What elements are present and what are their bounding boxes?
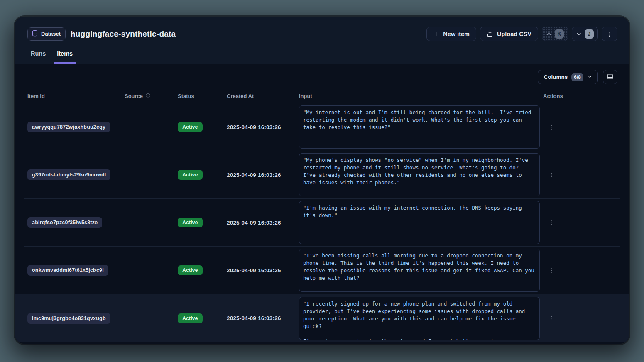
columns-count-badge: 6/8: [571, 73, 583, 81]
status-badge: Active: [178, 313, 203, 323]
tab-bar: Runs Items: [27, 50, 617, 64]
status-badge: Active: [178, 170, 203, 180]
database-icon: [32, 30, 38, 38]
table-row[interactable]: awryyqqu7872wjaxhbuu2eqy Active 2025-04-…: [24, 103, 620, 151]
col-header-source: Source: [121, 93, 174, 100]
keycap-k: K: [555, 29, 564, 39]
row-actions-menu-button[interactable]: [546, 169, 557, 181]
dataset-type-badge: Dataset: [27, 27, 66, 41]
status-badge: Active: [178, 122, 203, 132]
col-header-status: Status: [174, 93, 223, 99]
new-item-label: New item: [443, 31, 470, 37]
table-row[interactable]: g397ndstahmyts29ko9mowdl Active 2025-04-…: [24, 151, 620, 199]
input-value-box[interactable]: "My phone's display shows "no service" w…: [299, 153, 540, 196]
col-header-created-at: Created At: [223, 93, 296, 99]
created-at-text: 2025-04-09 16:03:26: [227, 124, 281, 130]
header-overflow-menu-button[interactable]: [602, 27, 617, 41]
app-window: Dataset huggingface-synthetic-data New i…: [15, 17, 629, 344]
next-item-button[interactable]: J: [572, 27, 598, 41]
keycap-j: J: [585, 29, 594, 39]
upload-csv-button[interactable]: Upload CSV: [480, 27, 538, 41]
item-id-pill[interactable]: lmc9muj3grgbo4o831qvxugb: [27, 313, 110, 324]
chevron-down-icon: [587, 74, 593, 81]
item-id-pill[interactable]: onkwmvaddmi67t61x5jcbc9i: [27, 265, 108, 276]
row-height-button[interactable]: [603, 70, 617, 84]
item-id-pill[interactable]: abirqfso7pzc0f35lw5s8tze: [27, 217, 102, 228]
prev-item-button[interactable]: K: [542, 27, 568, 41]
status-badge: Active: [178, 265, 203, 275]
row-actions-menu-button[interactable]: [546, 122, 557, 133]
table-row[interactable]: abirqfso7pzc0f35lw5s8tze Active 2025-04-…: [24, 199, 620, 247]
input-value-box[interactable]: "I'm having an issue with my internet co…: [299, 201, 540, 244]
chevron-up-icon: [546, 31, 552, 37]
app-header: Dataset huggingface-synthetic-data New i…: [15, 17, 629, 64]
created-at-text: 2025-04-09 16:03:26: [227, 315, 281, 321]
upload-csv-label: Upload CSV: [497, 31, 531, 37]
status-badge: Active: [178, 218, 203, 227]
tab-items[interactable]: Items: [54, 50, 76, 64]
col-header-actions: Actions: [540, 93, 620, 99]
items-table: Item id Source Status Created At Input A…: [24, 89, 620, 342]
chevron-down-icon: [576, 31, 582, 37]
row-actions-menu-button[interactable]: [546, 313, 557, 324]
table-row[interactable]: lmc9muj3grgbo4o831qvxugb Active 2025-04-…: [15, 294, 629, 342]
columns-dropdown-button[interactable]: Columns 6/8: [538, 70, 598, 84]
dataset-badge-label: Dataset: [41, 31, 61, 37]
new-item-button[interactable]: New item: [426, 27, 476, 41]
item-id-pill[interactable]: g397ndstahmyts29ko9mowdl: [27, 169, 110, 180]
item-id-pill[interactable]: awryyqqu7872wjaxhbuu2eqy: [27, 122, 110, 132]
row-actions-menu-button[interactable]: [546, 217, 557, 228]
table-toolbar: Columns 6/8: [15, 64, 629, 89]
table-header-row: Item id Source Status Created At Input A…: [24, 89, 620, 103]
table-row[interactable]: onkwmvaddmi67t61x5jcbc9i Active 2025-04-…: [24, 247, 620, 294]
kebab-icon: [606, 31, 613, 37]
input-value-box[interactable]: "My internet is out and I'm still being …: [299, 105, 540, 149]
input-value-box[interactable]: "I've been missing calls all morning due…: [299, 249, 540, 292]
created-at-text: 2025-04-09 16:03:26: [227, 220, 281, 226]
input-value-box[interactable]: "I recently signed up for a new phone pl…: [299, 297, 540, 340]
columns-label: Columns: [544, 74, 568, 80]
page-title: huggingface-synthetic-data: [71, 29, 176, 39]
upload-icon: [487, 31, 493, 37]
row-actions-menu-button[interactable]: [546, 265, 557, 276]
table-rows-icon: [607, 73, 614, 81]
created-at-text: 2025-04-09 16:03:26: [227, 267, 281, 274]
tab-runs[interactable]: Runs: [28, 50, 49, 64]
info-icon: [145, 93, 151, 100]
col-header-item-id: Item id: [24, 93, 121, 99]
created-at-text: 2025-04-09 16:03:26: [227, 172, 281, 178]
col-header-input: Input: [296, 93, 540, 99]
plus-icon: [433, 31, 439, 37]
